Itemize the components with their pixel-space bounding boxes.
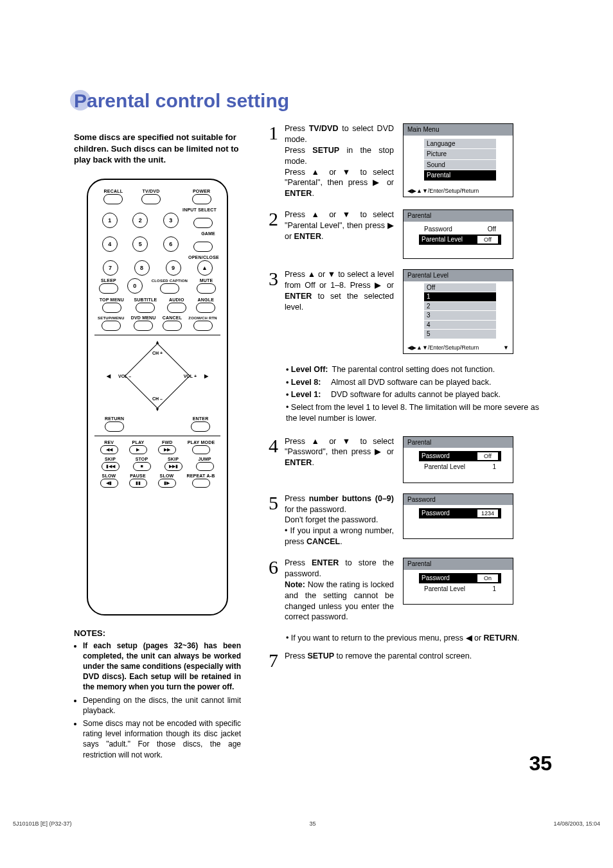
osd-title: Parental (404, 210, 513, 222)
recall-button (103, 194, 123, 204)
footer: 5J10101B [E] (P32-37) 35 14/08/2003, 15:… (0, 820, 613, 833)
cancel-label: CANCEL (163, 315, 182, 320)
osd-item-sound: Sound (424, 160, 496, 170)
repeat-label: REPEAT A-B (187, 474, 215, 478)
step-number: 4 (264, 436, 278, 483)
osd-hint: ◀▶▲▼/Enter/Setup/Return▼ (404, 342, 513, 353)
playmode-label: PLAY MODE (188, 440, 215, 445)
osd-row-password: PasswordOff (407, 224, 509, 235)
left-column: Some discs are specified not suitable fo… (74, 123, 241, 763)
osd-parental-3: Parental PasswordOn Parental Level1 (403, 558, 513, 605)
pause-label: PAUSE (130, 474, 146, 478)
step-number: 6 (264, 558, 278, 623)
notes-section: NOTES: If each setup (pages 32~36) has b… (74, 628, 241, 760)
step-number: 1 (264, 123, 278, 199)
step-6-note: • If you want to return to the previous … (286, 633, 552, 644)
level-explanation: • Level Off:The parental control setting… (286, 364, 552, 425)
intro-text: Some discs are specified not suitable fo… (74, 132, 241, 166)
play-button: ▶ (129, 445, 147, 454)
audio-button (167, 303, 186, 313)
step-number: 7 (264, 651, 278, 670)
eject-button: ▲ (197, 260, 213, 276)
scroll-down-icon: ▼ (503, 344, 509, 351)
num-6-button: 6 (163, 236, 179, 252)
note-item: Some discs may not be encoded with speci… (83, 718, 241, 760)
step-3: 3 Press ▲ or ▼ to select a level from Of… (264, 269, 552, 354)
num-0-button: 0 (127, 278, 143, 294)
topmenu-button (102, 303, 121, 313)
num-5-button: 5 (132, 236, 148, 252)
rev-label: REV (104, 440, 114, 445)
enter-button (191, 421, 210, 432)
num-7-button: 7 (103, 260, 118, 276)
step-2: 2 Press ▲ or ▼ to select "Parental Level… (264, 209, 552, 259)
skipb-button: ▮◀◀ (102, 462, 120, 471)
input-select-label: INPUT SELECT (182, 208, 217, 212)
osd-parental-2: Parental PasswordOff Parental Level1 (403, 436, 513, 483)
slowb-button: ◀▮ (100, 479, 118, 488)
left-arrow-icon: ◀ (107, 373, 111, 378)
footer-timestamp: 14/08/2003, 15:04 (553, 820, 600, 827)
stop-button: ■ (133, 462, 151, 471)
osd-item-language: Language (424, 139, 496, 149)
fwd-button: ▶▶ (158, 445, 176, 454)
return-button (105, 421, 124, 432)
rev-button: ◀◀ (100, 445, 118, 454)
tvdvd-label: TV/DVD (143, 189, 160, 193)
ch-up-label: CH + (152, 351, 163, 355)
num-9-button: 9 (166, 260, 181, 276)
osd-title: Parental Level (404, 270, 513, 281)
subtitle-label: SUBTITLE (134, 297, 157, 302)
vol-up-label: VOL + (184, 373, 197, 378)
skipb-label: SKIP (105, 457, 116, 461)
osd-level-1: 1 (424, 292, 496, 301)
page-number: 35 (529, 752, 552, 775)
dvdmenu-button (134, 321, 153, 331)
skipf-label: SKIP (168, 457, 179, 461)
step-5: 5 Press number buttons (0–9) for the pas… (264, 493, 552, 547)
step-1: 1 Press TV/DVD to select DVD mode. Press… (264, 123, 552, 199)
vol-down-label: VOL – (118, 373, 131, 378)
step-7: 7 Press SETUP to remove the parental con… (264, 651, 552, 670)
zoom-label: ZOOM/CH RTN (188, 316, 217, 320)
mute-button (197, 283, 216, 294)
osd-row-parental-level: Parental Level1 (407, 584, 509, 594)
num-2-button: 2 (132, 213, 148, 228)
manual-page: Parental control setting Some discs are … (0, 0, 613, 801)
step-number: 3 (264, 269, 278, 354)
up-arrow-icon: ▲ (155, 339, 160, 345)
zoom-button (193, 321, 213, 331)
osd-title: Parental (404, 437, 513, 448)
osd-parental-level: Parental Level Off 1 2 3 4 5 ◀▶▲▼/Enter/… (403, 269, 513, 354)
power-button (192, 194, 211, 204)
step-7-text: Press SETUP to remove the parental contr… (285, 651, 552, 670)
jump-button (196, 462, 214, 471)
right-arrow-icon: ▶ (204, 373, 208, 378)
osd-password: Password Password1234 (403, 493, 513, 540)
down-arrow-icon: ▼ (155, 407, 160, 412)
angle-label: ANGLE (198, 297, 215, 302)
step-number: 5 (264, 493, 278, 547)
remote-control-diagram: RECALL TV/DVD POWER INPUT SELECT 1 2 3 G… (87, 179, 228, 616)
osd-level-2: 2 (424, 302, 496, 311)
slowf-label: SLOW (160, 474, 174, 478)
jump-label: JUMP (198, 457, 211, 461)
osd-level-3: 3 (424, 311, 496, 320)
stop-label: STOP (136, 457, 148, 461)
step-number: 2 (264, 209, 278, 259)
osd-level-4: 4 (424, 321, 496, 330)
pause-button: ▮▮ (129, 479, 147, 488)
angle-button (196, 303, 215, 313)
subtitle-button (136, 303, 155, 313)
num-8-button: 8 (134, 260, 150, 276)
cc-label: CLOSED CAPTION (152, 279, 188, 283)
dpad: ▲ CH + ▼ CH – ◀ VOL – ▶ VOL + (116, 341, 199, 411)
osd-main-menu: Main Menu Language Picture Sound Parenta… (403, 123, 513, 197)
cancel-button (163, 321, 182, 331)
step-6: 6 Press ENTER to store the password. Not… (264, 558, 552, 623)
input-select-button (193, 218, 213, 228)
osd-row-password: Password1234 (419, 508, 501, 518)
osd-level-off: Off (424, 283, 496, 292)
sleep-label: SLEEP (101, 278, 116, 283)
step-3-text: Press ▲ or ▼ to select a level from Off … (285, 269, 394, 313)
